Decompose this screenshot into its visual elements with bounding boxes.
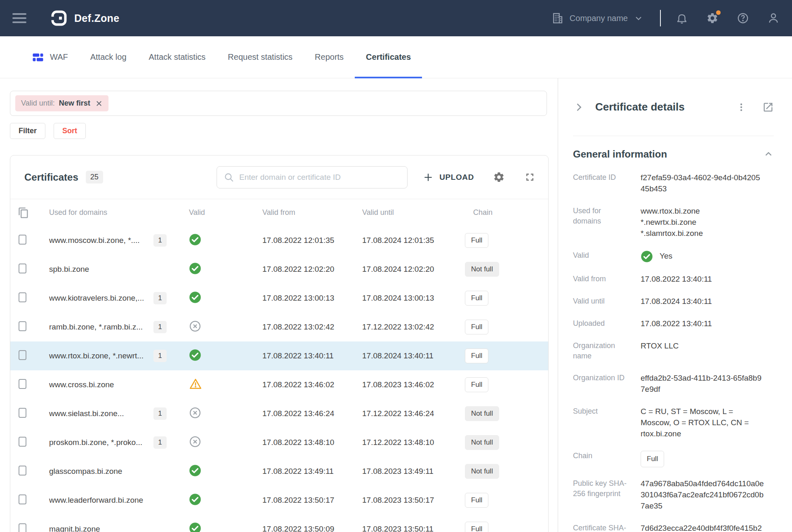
- row-valid-until: 17.08.2024 12:01:35: [362, 236, 463, 245]
- certificate-file-icon[interactable]: [19, 350, 26, 360]
- certificate-file-icon[interactable]: [19, 523, 26, 532]
- tab-certificates-label: Certificates: [366, 52, 411, 62]
- certificate-file-icon[interactable]: [19, 321, 26, 331]
- table-row[interactable]: www.moscow.bi.zone, *.... 1 17.08.2022 1…: [10, 226, 548, 255]
- table-row[interactable]: proskom.bi.zone, *.proko... 1 17.08.2022…: [10, 428, 548, 457]
- valid-value: Yes: [660, 251, 672, 262]
- settings-notification-dot: [716, 10, 721, 15]
- tab-reports[interactable]: Reports: [304, 36, 355, 78]
- table-row[interactable]: magnit.bi.zone 17.08.2022 13:50:09 17.08…: [10, 515, 548, 532]
- table-row[interactable]: www.cross.bi.zone 17.08.2022 13:46:02 17…: [10, 370, 548, 399]
- app-root: Def.Zone Company name: [0, 0, 792, 532]
- filter-chip-valid-until[interactable]: Valid until: New first: [15, 95, 108, 111]
- row-chain-chip: Full: [465, 233, 488, 248]
- hamburger-menu-icon[interactable]: [12, 13, 26, 23]
- tab-certificates[interactable]: Certificates: [355, 36, 422, 78]
- search-input[interactable]: [239, 173, 401, 182]
- row-valid-until: 17.08.2024 12:02:20: [362, 265, 463, 274]
- row-chain-chip: Full: [465, 291, 488, 306]
- chevron-down-icon[interactable]: [634, 13, 644, 23]
- certificate-file-icon[interactable]: [19, 235, 26, 245]
- row-domains: www.rtox.bi.zone, *.newrt...: [49, 351, 153, 360]
- row-chain-chip: Full: [465, 522, 488, 532]
- upload-button[interactable]: UPLOAD: [423, 172, 474, 183]
- valid-check-icon: [189, 262, 201, 275]
- row-domain-count-badge: 1: [153, 292, 167, 304]
- row-chain-chip: Full: [465, 320, 488, 334]
- row-domains: spb.bi.zone: [49, 265, 153, 274]
- column-header-valid-from: Valid from: [262, 208, 362, 217]
- table-row[interactable]: www.kiotravelers.bi.zone,... 1 17.08.202…: [10, 284, 548, 313]
- certificate-file-icon[interactable]: [19, 494, 26, 504]
- section-tabs: WAF Attack log Attack statistics Request…: [0, 36, 792, 78]
- certificate-file-icon[interactable]: [19, 292, 26, 302]
- table-row[interactable]: www.leaderforward.bi.zone 17.08.2022 13:…: [10, 486, 548, 515]
- certificates-count-badge: 25: [86, 171, 103, 184]
- account-icon[interactable]: [767, 12, 780, 24]
- row-valid-from: 17.08.2022 13:46:02: [262, 380, 362, 389]
- help-icon[interactable]: [737, 12, 749, 24]
- certificate-file-icon[interactable]: [19, 379, 26, 389]
- table-row[interactable]: ramb.bi.zone, *.ramb.bi.z... 1 17.08.202…: [10, 313, 548, 341]
- row-valid-from: 17.08.2022 13:49:11: [262, 467, 362, 476]
- valid-check-icon: [189, 522, 201, 532]
- tab-attack-log[interactable]: Attack log: [79, 36, 138, 78]
- row-valid-from: 17.08.2022 13:40:11: [262, 351, 362, 360]
- table-row[interactable]: spb.bi.zone 17.08.2022 12:02:20 17.08.20…: [10, 255, 548, 284]
- row-chain-chip: Full: [465, 348, 488, 363]
- invalid-x-circle-icon: [189, 407, 201, 419]
- table-row[interactable]: glasscompas.bi.zone 17.08.2022 13:49:11 …: [10, 457, 548, 486]
- company-selector[interactable]: Company name: [552, 12, 644, 24]
- table-row[interactable]: www.rtox.bi.zone, *.newrt... 1 17.08.202…: [10, 341, 548, 370]
- certificate-file-icon[interactable]: [19, 408, 26, 418]
- valid-check-icon: [189, 233, 201, 246]
- plus-icon: [423, 172, 434, 183]
- row-domains: www.moscow.bi.zone, *....: [49, 236, 153, 245]
- row-valid-from: 17.08.2022 13:48:10: [262, 438, 362, 447]
- row-domains: proskom.bi.zone, *.proko...: [49, 438, 153, 447]
- filter-input[interactable]: Valid until: New first: [10, 91, 547, 116]
- tab-attack-log-label: Attack log: [90, 52, 127, 62]
- certificate-file-icon[interactable]: [19, 437, 26, 447]
- valid-check-icon: [189, 291, 201, 304]
- product-title: Def.Zone: [74, 12, 119, 24]
- sort-button[interactable]: Sort: [54, 123, 86, 139]
- field-organization-id: Organization ID effda2b2-53ad-411b-2413-…: [573, 373, 774, 395]
- remove-filter-icon[interactable]: [95, 100, 103, 107]
- row-domains: magnit.bi.zone: [49, 525, 153, 532]
- tab-waf[interactable]: WAF: [21, 36, 79, 78]
- row-domains: www.kiotravelers.bi.zone,...: [49, 294, 153, 303]
- valid-check-icon: [189, 464, 201, 477]
- table-settings-gear-icon[interactable]: [493, 171, 505, 183]
- row-domain-count-badge: 1: [153, 350, 167, 362]
- row-domain-count-badge: 1: [153, 436, 167, 449]
- notifications-bell-icon[interactable]: [676, 12, 688, 24]
- settings-gear-icon[interactable]: [706, 12, 719, 24]
- certificates-table-body: www.moscow.bi.zone, *.... 1 17.08.2022 1…: [10, 226, 548, 532]
- collapse-section-chevron-up-icon[interactable]: [763, 149, 774, 160]
- card-title: Certificates: [24, 172, 78, 183]
- field-chain: Chain Full: [573, 451, 774, 467]
- certificate-file-icon[interactable]: [19, 466, 26, 476]
- open-in-new-icon[interactable]: [762, 101, 774, 113]
- tab-request-statistics[interactable]: Request statistics: [217, 36, 304, 78]
- row-domains: www.leaderforward.bi.zone: [49, 496, 153, 505]
- valid-check-icon: [189, 349, 201, 361]
- row-chain-chip: Not full: [465, 464, 499, 479]
- brand-logo: Def.Zone: [51, 10, 119, 26]
- collapse-panel-chevron-right-icon[interactable]: [573, 101, 585, 113]
- table-row[interactable]: www.sielast.bi.zone... 1 17.08.2022 13:4…: [10, 399, 548, 428]
- certificate-file-icon[interactable]: [19, 264, 26, 273]
- select-all-copy-icon[interactable]: [18, 207, 49, 219]
- tab-attack-statistics[interactable]: Attack statistics: [138, 36, 217, 78]
- valid-check-icon: [641, 250, 653, 263]
- general-information-title: General information: [573, 148, 667, 160]
- certificates-card: Certificates 25: [10, 155, 549, 532]
- fullscreen-icon[interactable]: [524, 171, 536, 183]
- row-domain-count-badge: 1: [153, 234, 167, 247]
- filter-button[interactable]: Filter: [10, 123, 45, 139]
- row-valid-until: 17.08.2024 13:00:13: [362, 294, 463, 303]
- kebab-menu-icon[interactable]: [736, 102, 747, 113]
- row-chain-chip: Not full: [465, 435, 499, 450]
- tab-attack-statistics-label: Attack statistics: [149, 52, 206, 62]
